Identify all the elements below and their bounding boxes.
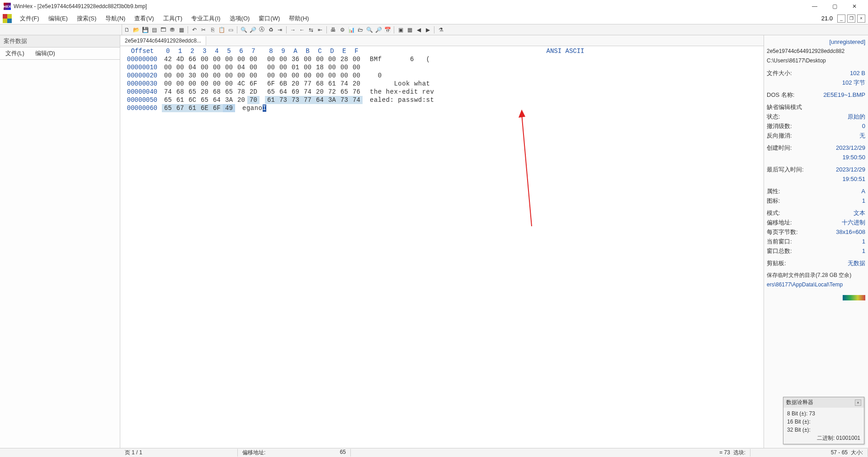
window-title: WinHex - [2e5e19744c644912928eddc882f3b0… [14, 3, 805, 10]
menu-edit[interactable]: 编辑(E) [44, 13, 72, 24]
find-icon[interactable]: 🔍 [240, 26, 248, 34]
reverse-undo-value: 无 [859, 131, 865, 140]
calc-icon[interactable]: ⚙ [338, 26, 346, 34]
status-page: 页 1 / 1 [120, 449, 238, 457]
interpreter-close-button[interactable]: × [855, 400, 861, 406]
folder-icon[interactable]: 🗁 [356, 26, 364, 34]
hex-grid[interactable]: Offset0123456789ABCDEFANSI ASCII 0000000… [120, 46, 764, 113]
sync-icon[interactable]: ▦ [406, 26, 414, 34]
case-menu-file[interactable]: 文件(L) [0, 48, 30, 59]
data-interpreter-title: 数据诠释器 [786, 399, 813, 406]
svg-rect-1 [3, 14, 7, 19]
case-menu-edit[interactable]: 编辑(D) [30, 48, 61, 59]
annotation-arrow-icon [392, 109, 536, 231]
menu-view[interactable]: 查看(V) [130, 13, 158, 24]
mdi-minimize-button[interactable]: _ [837, 14, 845, 23]
undo-icon[interactable]: ↶ [190, 26, 198, 34]
open-icon[interactable]: 📂 [132, 26, 140, 34]
compare-icon[interactable]: ▣ [396, 26, 405, 34]
current-window-value: 1 [862, 237, 865, 246]
bytes-per-page-value: 38x16=608 [836, 227, 865, 237]
hex-row[interactable]: 0000005065616C65643A207061737377643A7374… [123, 96, 761, 104]
interp-16bit: 16 Bit (±): [787, 418, 860, 426]
document-tab[interactable]: 2e5e19744c644912928eddc8... [120, 36, 206, 45]
menu-search[interactable]: 搜索(S) [72, 13, 101, 24]
svg-line-3 [522, 114, 532, 226]
new-icon[interactable]: 🗋 [123, 26, 131, 34]
state-label: 状态: [767, 112, 780, 121]
save-all-icon[interactable]: ▤ [150, 26, 158, 34]
filesize-value: 102 B [850, 68, 865, 78]
offset-mode-label: 偏移地址: [767, 218, 792, 227]
paste-icon[interactable]: 📋 [217, 26, 226, 34]
menu-window[interactable]: 窗口(W) [254, 13, 284, 24]
reverse-undo-label: 反向撤消: [767, 131, 792, 140]
undo-level-value: 0 [862, 121, 865, 131]
goto-icon[interactable]: ⇥ [276, 26, 284, 34]
hex-row[interactable]: 000000300000000000004C6F6F6B207768617420… [123, 80, 761, 88]
dos-name-value: 2E5E19~1.BMP [823, 90, 865, 100]
bytes-per-page-label: 每页字节数: [767, 227, 798, 237]
prev-icon[interactable]: ◀ [415, 26, 423, 34]
go-end-icon[interactable]: ⇤ [316, 26, 324, 34]
menu-nav[interactable]: 导航(N) [101, 13, 130, 24]
menu-help[interactable]: 帮助(H) [284, 13, 313, 24]
properties-icon[interactable]: 🗔 [159, 26, 167, 34]
find-hex-icon[interactable]: 🔎 [249, 26, 257, 34]
zoom-in-icon[interactable]: 🔍 [365, 26, 373, 34]
window-count-label: 窗口总数: [767, 246, 792, 256]
hex-editor: 2e5e19744c644912928eddc8... Offset012345… [120, 35, 764, 448]
case-panel-header: 案件数据 [0, 35, 120, 48]
temp-dir-label: 保存临时文件的目录(7.28 GB 空余) [767, 271, 865, 280]
options-icon[interactable]: ⚗ [437, 26, 445, 34]
toolbar: 🗋 📂 💾 ▤ 🗔 ⛃ ▦ ↶ ✂ ⎘ 📋 ▭ 🔍 🔎 Ⓐ ♻ ⇥ → ← ⇆ … [0, 24, 868, 35]
window-count-value: 1 [862, 246, 865, 256]
current-window-label: 当前窗口: [767, 237, 792, 246]
analyze-icon[interactable]: 📊 [347, 26, 355, 34]
disk-icon[interactable]: ⛃ [168, 26, 176, 34]
data-interpreter-panel[interactable]: 数据诠释器 × 8 Bit (±): 73 16 Bit (±): 32 Bit… [783, 397, 864, 444]
save-icon[interactable]: 💾 [141, 26, 149, 34]
calendar-icon[interactable]: 📅 [383, 26, 392, 34]
hex-row[interactable]: 00000040746865206865782D6564697420726576… [123, 88, 761, 96]
replace-icon[interactable]: ♻ [267, 26, 275, 34]
minimize-button[interactable]: — [805, 0, 825, 13]
print-icon[interactable]: 🖶 [329, 26, 337, 34]
ram-icon[interactable]: ▦ [177, 26, 185, 34]
delete-icon[interactable]: ▭ [226, 26, 235, 34]
cut-icon[interactable]: ✂ [199, 26, 208, 34]
unregistered-label: [unregistered] [767, 37, 865, 47]
dos-name-label: DOS 名称: [767, 90, 794, 100]
status-selection-label: 选块: [733, 449, 745, 456]
hex-row[interactable]: 000000606567616E6F49eganoI [123, 104, 761, 112]
mdi-close-button[interactable]: × [857, 14, 865, 23]
interp-binary: 二进制: 01001001 [787, 434, 860, 442]
menu-file[interactable]: 文件(F) [15, 13, 44, 24]
mdi-restore-button[interactable]: ❐ [847, 14, 855, 23]
zoom-out-icon[interactable]: 🔎 [374, 26, 382, 34]
go-offset-icon[interactable]: ⇆ [307, 26, 315, 34]
menu-tools[interactable]: 工具(T) [159, 13, 187, 24]
close-button[interactable]: ✕ [844, 0, 864, 13]
attr-label: 属性: [767, 186, 780, 196]
hex-row[interactable]: 0000001000000400000004000000010018000000 [123, 63, 761, 71]
go-back-icon[interactable]: ← [298, 26, 306, 34]
next-icon[interactable]: ▶ [424, 26, 432, 34]
hex-row[interactable]: 0000002000003000000000000000000000000000… [123, 71, 761, 80]
file-path: C:\Users\86177\Desktop [767, 56, 865, 66]
clipboard-label: 剪贴板: [767, 258, 786, 268]
status-size-label: 大小: [851, 449, 863, 456]
file-name: 2e5e19744c644912928eddc882 [767, 47, 865, 56]
state-value: 原始的 [848, 112, 865, 121]
menu-pro-tools[interactable]: 专业工具(I) [187, 13, 225, 24]
go-start-icon[interactable]: → [289, 26, 297, 34]
maximize-button[interactable]: ▢ [825, 0, 844, 13]
find-text-icon[interactable]: Ⓐ [258, 26, 266, 34]
menu-options[interactable]: 选项(O) [225, 13, 255, 24]
modify-time-value: 19:50:51 [842, 174, 865, 184]
copy-icon[interactable]: ⎘ [208, 26, 217, 34]
offset-mode-value: 十六进制 [842, 218, 865, 227]
modify-date-value: 2023/12/29 [836, 165, 865, 174]
hex-row[interactable]: 00000000424D6600000000000000360000002800… [123, 55, 761, 63]
menu-bar: 文件(F) 编辑(E) 搜索(S) 导航(N) 查看(V) 工具(T) 专业工具… [0, 13, 868, 24]
